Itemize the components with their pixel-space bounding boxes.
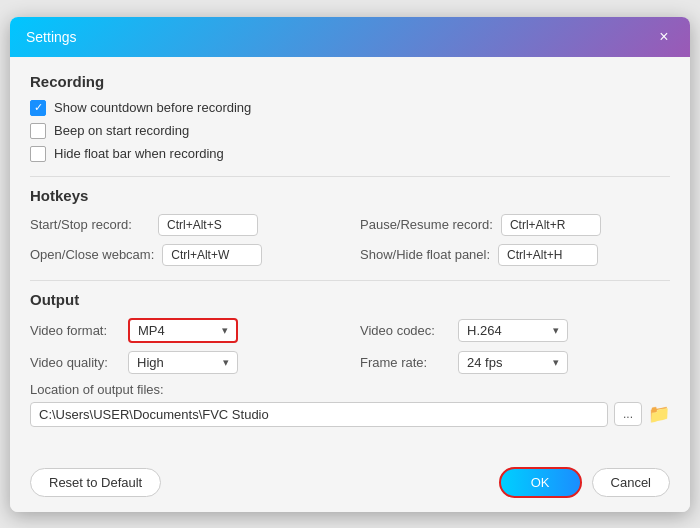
hotkeys-grid: Start/Stop record: Pause/Resume record: … <box>30 214 670 266</box>
chevron-down-icon: ▾ <box>222 324 228 337</box>
checkbox-row-float-bar: Hide float bar when recording <box>30 146 670 162</box>
settings-dialog: Settings × Recording Show countdown befo… <box>10 17 690 512</box>
output-section: Output Video format: MP4 ▾ Video codec: … <box>30 291 670 427</box>
checkbox-show-countdown[interactable] <box>30 100 46 116</box>
label-video-format: Video format: <box>30 323 120 338</box>
ok-button[interactable]: OK <box>499 467 582 498</box>
divider-2 <box>30 280 670 281</box>
label-pause-resume: Pause/Resume record: <box>360 217 493 232</box>
chevron-down-icon-4: ▾ <box>553 356 559 369</box>
hotkeys-section: Hotkeys Start/Stop record: Pause/Resume … <box>30 187 670 266</box>
dialog-content: Recording Show countdown before recordin… <box>10 57 690 457</box>
chevron-down-icon-2: ▾ <box>553 324 559 337</box>
title-bar: Settings × <box>10 17 690 57</box>
label-open-close-webcam: Open/Close webcam: <box>30 247 154 262</box>
location-row: ... 📁 <box>30 402 670 427</box>
cancel-button[interactable]: Cancel <box>592 468 670 497</box>
location-label: Location of output files: <box>30 382 670 397</box>
output-row-video-codec: Video codec: H.264 ▾ <box>360 318 670 343</box>
checkbox-beep-on-start[interactable] <box>30 123 46 139</box>
select-video-format-value: MP4 <box>138 323 165 338</box>
hotkey-row-pause-resume: Pause/Resume record: <box>360 214 670 236</box>
select-frame-rate-value: 24 fps <box>467 355 502 370</box>
divider-1 <box>30 176 670 177</box>
label-show-hide-panel: Show/Hide float panel: <box>360 247 490 262</box>
select-video-format[interactable]: MP4 ▾ <box>128 318 238 343</box>
recording-title: Recording <box>30 73 670 90</box>
footer-right: OK Cancel <box>499 467 670 498</box>
recording-section: Recording Show countdown before recordin… <box>30 73 670 162</box>
checkbox-row-countdown: Show countdown before recording <box>30 100 670 116</box>
close-button[interactable]: × <box>654 27 674 47</box>
select-frame-rate[interactable]: 24 fps ▾ <box>458 351 568 374</box>
browse-button[interactable]: ... <box>614 402 642 426</box>
checkbox-hide-float-bar[interactable] <box>30 146 46 162</box>
input-show-hide-panel[interactable] <box>498 244 598 266</box>
dialog-footer: Reset to Default OK Cancel <box>10 457 690 512</box>
label-video-codec: Video codec: <box>360 323 450 338</box>
chevron-down-icon-3: ▾ <box>223 356 229 369</box>
label-show-countdown: Show countdown before recording <box>54 100 251 115</box>
output-grid: Video format: MP4 ▾ Video codec: H.264 ▾… <box>30 318 670 374</box>
label-start-stop: Start/Stop record: <box>30 217 150 232</box>
dialog-title: Settings <box>26 29 77 45</box>
label-hide-float-bar: Hide float bar when recording <box>54 146 224 161</box>
output-row-frame-rate: Frame rate: 24 fps ▾ <box>360 351 670 374</box>
hotkeys-title: Hotkeys <box>30 187 670 204</box>
hotkey-row-open-close-webcam: Open/Close webcam: <box>30 244 340 266</box>
folder-icon-button[interactable]: 📁 <box>648 403 670 425</box>
input-start-stop[interactable] <box>158 214 258 236</box>
input-open-close-webcam[interactable] <box>162 244 262 266</box>
label-video-quality: Video quality: <box>30 355 120 370</box>
select-video-quality[interactable]: High ▾ <box>128 351 238 374</box>
select-video-quality-value: High <box>137 355 164 370</box>
output-row-video-format: Video format: MP4 ▾ <box>30 318 340 343</box>
input-pause-resume[interactable] <box>501 214 601 236</box>
select-video-codec[interactable]: H.264 ▾ <box>458 319 568 342</box>
hotkey-row-start-stop: Start/Stop record: <box>30 214 340 236</box>
checkbox-row-beep: Beep on start recording <box>30 123 670 139</box>
select-video-codec-value: H.264 <box>467 323 502 338</box>
label-frame-rate: Frame rate: <box>360 355 450 370</box>
reset-button[interactable]: Reset to Default <box>30 468 161 497</box>
hotkey-row-show-hide-panel: Show/Hide float panel: <box>360 244 670 266</box>
location-input[interactable] <box>30 402 608 427</box>
output-row-video-quality: Video quality: High ▾ <box>30 351 340 374</box>
output-title: Output <box>30 291 670 308</box>
label-beep-on-start: Beep on start recording <box>54 123 189 138</box>
